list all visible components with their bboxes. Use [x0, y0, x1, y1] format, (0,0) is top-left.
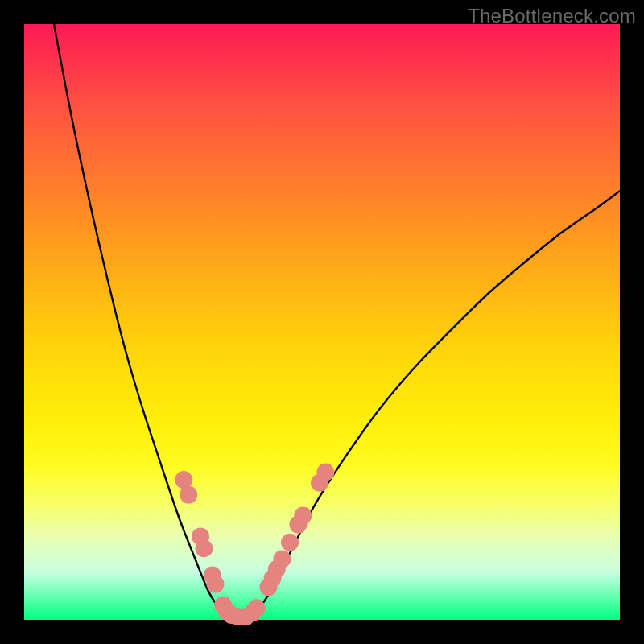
- curve-right-branch: [250, 191, 620, 617]
- highlight-dot: [294, 507, 312, 525]
- highlight-dot: [248, 599, 266, 617]
- highlight-dot: [195, 539, 213, 557]
- highlight-dot: [281, 534, 299, 551]
- highlight-dot: [207, 576, 225, 593]
- highlight-dot: [316, 463, 334, 481]
- outer-frame: TheBottleneck.com: [0, 0, 644, 644]
- highlight-dot: [273, 551, 291, 568]
- highlight-markers-group: [175, 463, 334, 625]
- watermark-text: TheBottleneck.com: [468, 5, 636, 27]
- chart-svg: [24, 24, 620, 620]
- highlight-dot: [180, 486, 197, 504]
